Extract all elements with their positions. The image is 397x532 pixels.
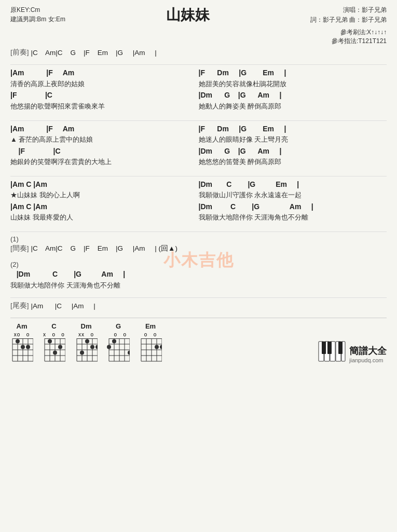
chorus-chord-row2: |Am C |Am |Dm C |G Am | — [10, 202, 387, 213]
piano-svg — [318, 337, 346, 363]
verse1-chord-row2: |F |C |Dm G |G Am | — [10, 90, 387, 101]
svg-point-50 — [107, 345, 111, 349]
svg-point-36 — [85, 339, 89, 344]
logo-area: 簡譜大全 jianpudq.com — [318, 337, 387, 363]
em-open: o o — [144, 332, 157, 337]
chorus-lyric-r1: 我願做山川守護你 永永遠遠在一起 — [199, 190, 387, 202]
header-left: 原KEY:Cm 建議男調:Bm 女:Em — [10, 5, 65, 24]
original-key: 原KEY:Cm — [10, 5, 65, 15]
logo-text: 簡譜大全 — [349, 345, 387, 357]
chorus-lyric-row2: 山妹妹 我最疼愛的人 我願做大地陪伴你 天涯海角也不分離 — [10, 212, 387, 224]
prelude-section: [前奏] |C Am|C G |F Em |G |Am | — [10, 48, 387, 57]
header: 原KEY:Cm 建議男調:Bm 女:Em 山妹妹 演唱：影子兄弟 詞：影子兄弟 … — [10, 5, 387, 25]
verse1-lyric-row2: 他悠揚的歌聲啊招來雲雀喚來羊 她動人的舞姿美 醉倒高原郎 — [10, 101, 387, 113]
verse2-chord-r2: |Dm G |G Am | — [199, 146, 387, 157]
svg-point-10 — [16, 339, 20, 344]
chord-name-am: Am — [17, 322, 28, 330]
svg-point-52 — [128, 351, 130, 355]
verse2-lyric-row2: 她銀鈴的笑聲啊浮在雲貴的大地上 她悠悠的笛聲美 醉倒高原郎 — [10, 157, 387, 169]
chord-diagrams: Am xo o — [10, 322, 162, 363]
verse1-lyric-r2: 她動人的舞姿美 醉倒高原郎 — [199, 101, 387, 113]
am-open: xo o — [14, 332, 30, 337]
chord-name-c: C — [51, 322, 56, 330]
verse1-chord-l1: |Am |F Am — [10, 68, 199, 79]
g-grid — [107, 338, 130, 363]
piano-icon — [318, 337, 346, 363]
chord-diagram-c: C x o o — [43, 322, 65, 363]
chorus-chord-l1: |Am C |Am — [10, 180, 199, 190]
verse2-lyric-row1: ▲ 蒼茫的高原上雲中的姑娘 她迷人的眼睛好像 天上彎月亮 — [10, 134, 387, 146]
verse2-lyric-l1: ▲ 蒼茫的高原上雲中的姑娘 — [10, 134, 199, 146]
svg-rect-72 — [338, 342, 343, 354]
strum-info: 參考刷法:X↑↓↑↓↑ 參考指法:T121T121 — [10, 28, 387, 46]
interlude-line: [間奏] |C Am|C G |F Em |G |Am | (回▲) — [10, 244, 387, 253]
verse1-chord-r1: |F Dm |G Em | — [199, 68, 387, 79]
em-grid — [139, 338, 162, 363]
verse1-chord-l2: |F |C — [10, 90, 199, 101]
page: 原KEY:Cm 建議男調:Bm 女:Em 山妹妹 演唱：影子兄弟 詞：影子兄弟 … — [0, 0, 397, 532]
verse2-lyric-l2: 她銀鈴的笑聲啊浮在雲貴的大地上 — [10, 157, 199, 169]
suggested-key: 建議男調:Bm 女:Em — [10, 15, 65, 24]
verse1-lyric-l2: 他悠揚的歌聲啊招來雲雀喚來羊 — [10, 101, 199, 113]
svg-point-64 — [160, 345, 162, 349]
chord-diagram-em: Em o o — [139, 322, 162, 363]
chorus-chord-r1: |Dm C |G Em | — [199, 180, 387, 190]
outro-block: [尾奏] |Am |C |Am | — [10, 301, 387, 310]
verse2: |Am |F Am |F Dm |G Em | ▲ 蒼茫的高原上雲中的姑娘 她迷… — [10, 124, 387, 169]
chorus: |Am C |Am |Dm C |G Em | ★山妹妹 我的心上人啊 我願做山… — [10, 180, 387, 224]
dm-open: xx o — [78, 332, 94, 337]
strum-pattern: 參考刷法:X↑↓↑↓↑ — [340, 29, 387, 36]
bottom-section: Am xo o — [10, 318, 387, 363]
chorus-chord-row1: |Am C |Am |Dm C |G Em | — [10, 180, 387, 190]
chord-diagram-am: Am xo o — [10, 322, 33, 363]
credits: 詞：影子兄弟 曲：影子兄弟 — [310, 15, 387, 25]
chorus-lyric-r2: 我願做大地陪伴你 天涯海角也不分離 — [199, 212, 387, 224]
logo-sub: jianpudq.com — [349, 357, 387, 363]
c-open: x o o — [43, 332, 65, 337]
chord-name-g: G — [116, 322, 121, 330]
g-open: o o — [110, 332, 127, 337]
svg-point-51 — [112, 339, 116, 344]
svg-point-23 — [48, 339, 52, 344]
am-grid — [10, 338, 33, 363]
chorus-lyric-l1: ★山妹妹 我的心上人啊 — [10, 190, 199, 202]
svg-point-38 — [95, 345, 98, 349]
chorus-chord-r2: |Dm C |G Am | — [199, 202, 387, 213]
ending-lyric-1: 我願做大地陪伴你 天涯海角也不分離 — [10, 280, 387, 291]
svg-point-37 — [90, 345, 94, 349]
verse2-chord-l2: |F |C — [10, 146, 199, 157]
svg-point-25 — [53, 351, 57, 355]
interlude-label: [間奏] — [10, 244, 29, 253]
section-2-block: (2) |Dm C |G Am | 我願做大地陪伴你 天涯海角也不分離 — [10, 261, 387, 290]
prelude-chords: |C Am|C G |F Em |G |Am | — [31, 49, 157, 57]
interlude-chords: |C Am|C G |F Em |G |Am | (回▲) — [31, 244, 177, 253]
logo-text-area: 簡譜大全 jianpudq.com — [349, 345, 387, 363]
chorus-lyric-row1: ★山妹妹 我的心上人啊 我願做山川守護你 永永遠遠在一起 — [10, 190, 387, 202]
ending-chord-1: |Dm C |G Am | — [10, 269, 387, 280]
verse1-lyric-row1: 清香的高原上夜郎的姑娘 她甜美的笑容就像杜鵑花開放 — [10, 79, 387, 91]
chord-name-em: Em — [145, 322, 156, 330]
c-grid — [43, 338, 65, 363]
header-right: 演唱：影子兄弟 詞：影子兄弟 曲：影子兄弟 — [310, 5, 387, 25]
section-2-label: (2) — [10, 261, 387, 268]
song-title: 山妹妹 — [65, 5, 310, 25]
singer: 演唱：影子兄弟 — [310, 5, 387, 15]
svg-point-11 — [21, 345, 25, 349]
verse2-chord-row1: |Am |F Am |F Dm |G Em | — [10, 124, 387, 135]
outro-label: [尾奏] — [10, 301, 29, 310]
verse2-chord-r1: |F Dm |G Em | — [199, 124, 387, 135]
verse2-chord-row2: |F |C |Dm G |G Am | — [10, 146, 387, 157]
outro-line: [尾奏] |Am |C |Am | — [10, 301, 387, 310]
verse1-chord-r2: |Dm G |G Am | — [199, 90, 387, 101]
svg-rect-70 — [322, 342, 326, 354]
svg-point-12 — [26, 345, 30, 349]
prelude-label: [前奏] — [10, 48, 29, 57]
outro-chords: |Am |C |Am | — [31, 302, 95, 310]
svg-point-39 — [80, 351, 84, 355]
verse1-chord-row1: |Am |F Am |F Dm |G Em | — [10, 68, 387, 79]
verse1-lyric-r1: 她甜美的笑容就像杜鵑花開放 — [199, 79, 387, 91]
verse1: |Am |F Am |F Dm |G Em | 清香的高原上夜郎的姑娘 她甜美的… — [10, 68, 387, 113]
section-1-label: (1) — [10, 235, 387, 243]
verse1-lyric-l1: 清香的高原上夜郎的姑娘 — [10, 79, 199, 91]
chorus-chord-l2: |Am C |Am — [10, 202, 199, 213]
